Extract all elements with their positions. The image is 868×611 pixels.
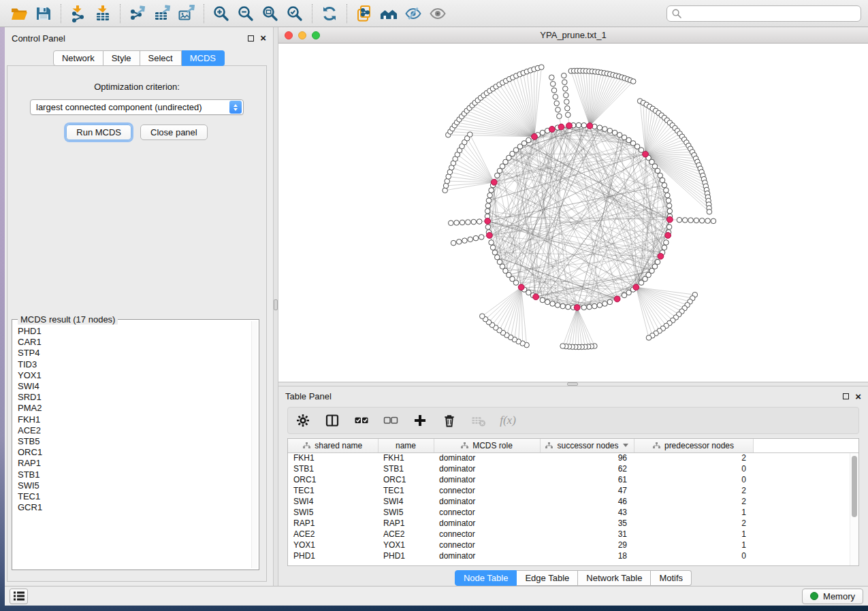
- save-session-icon[interactable]: [31, 3, 56, 24]
- mcds-result-item[interactable]: STP4: [18, 348, 249, 359]
- cell-role[interactable]: connector: [434, 529, 540, 540]
- tab-select[interactable]: Select: [140, 50, 182, 66]
- table-tab-network-table[interactable]: Network Table: [578, 570, 651, 586]
- home-icon[interactable]: [376, 3, 401, 24]
- memory-button[interactable]: Memory: [802, 589, 863, 604]
- mcds-result-list[interactable]: PHD1CAR1STP4TID3YOX1SWI4SRD1PMA2FKH1ACE2…: [18, 326, 249, 568]
- cell-name[interactable]: YOX1: [378, 540, 434, 550]
- mcds-result-item[interactable]: SRD1: [18, 392, 249, 403]
- deselect-all-rows-icon[interactable]: [382, 412, 400, 429]
- cell-name[interactable]: FKH1: [378, 452, 434, 463]
- cell-predecessors[interactable]: 2: [634, 518, 753, 529]
- tab-style[interactable]: Style: [103, 50, 140, 66]
- hide-graphics-details-icon[interactable]: [401, 3, 425, 24]
- search-input[interactable]: [666, 5, 861, 22]
- table-row-ORC1[interactable]: ORC1ORC1dominator610: [288, 474, 858, 485]
- cell-successors[interactable]: 47: [540, 485, 634, 496]
- cell-shared_name[interactable]: RAP1: [288, 518, 378, 529]
- mcds-result-item[interactable]: STB5: [18, 436, 249, 447]
- add-column-icon[interactable]: [411, 412, 429, 429]
- column-header-successor-nodes[interactable]: successor nodes: [540, 439, 634, 452]
- vertical-splitter[interactable]: [273, 27, 278, 586]
- cell-predecessors[interactable]: 2: [634, 496, 753, 507]
- close-table-panel-icon[interactable]: ×: [855, 393, 861, 400]
- table-row-RAP1[interactable]: RAP1RAP1dominator352: [288, 518, 858, 529]
- cell-predecessors[interactable]: 2: [634, 485, 753, 496]
- column-header-shared-name[interactable]: shared name: [288, 439, 378, 452]
- table-settings-icon[interactable]: [294, 412, 312, 429]
- table-tab-edge-table[interactable]: Edge Table: [517, 570, 578, 586]
- cell-shared_name[interactable]: SWI4: [288, 496, 378, 507]
- cell-shared_name[interactable]: STB1: [288, 463, 378, 474]
- zoom-in-icon[interactable]: [209, 3, 234, 24]
- table-row-ACE2[interactable]: ACE2ACE2connector311: [288, 529, 858, 540]
- panel-columns-icon[interactable]: [323, 412, 341, 429]
- cell-successors[interactable]: 18: [540, 550, 634, 561]
- cell-shared_name[interactable]: YOX1: [288, 540, 378, 550]
- cell-successors[interactable]: 35: [540, 518, 634, 529]
- horizontal-splitter[interactable]: [278, 382, 868, 386]
- export-network-icon[interactable]: [125, 3, 150, 24]
- horizontal-splitter-grip[interactable]: [567, 382, 578, 386]
- cell-role[interactable]: dominator: [434, 474, 540, 485]
- cell-name[interactable]: SWI5: [378, 507, 434, 518]
- cell-shared_name[interactable]: TEC1: [288, 485, 378, 496]
- table-scrollbar[interactable]: [850, 453, 858, 565]
- table-tab-motifs[interactable]: Motifs: [651, 570, 692, 586]
- tab-network[interactable]: Network: [53, 50, 103, 66]
- column-header-MCDS-role[interactable]: MCDS role: [434, 439, 540, 452]
- float-panel-icon[interactable]: [248, 35, 254, 42]
- mcds-result-item[interactable]: PHD1: [18, 326, 249, 337]
- mcds-result-item[interactable]: PMA2: [18, 403, 249, 414]
- network-canvas[interactable]: [278, 44, 868, 382]
- cell-role[interactable]: dominator: [434, 452, 540, 463]
- mcds-result-scrollbar[interactable]: [251, 321, 257, 568]
- table-row-YOX1[interactable]: YOX1YOX1connector291: [288, 540, 858, 550]
- mcds-result-item[interactable]: TEC1: [18, 491, 249, 502]
- cell-name[interactable]: STB1: [378, 463, 434, 474]
- mcds-result-item[interactable]: ORC1: [18, 447, 249, 458]
- cell-predecessors[interactable]: 0: [634, 474, 753, 485]
- mcds-result-item[interactable]: RAP1: [18, 458, 249, 469]
- criterion-select[interactable]: largest connected component (undirected): [30, 99, 244, 115]
- column-header-predecessor-nodes[interactable]: predecessor nodes: [634, 439, 753, 452]
- cell-predecessors[interactable]: 0: [634, 550, 753, 561]
- cell-successors[interactable]: 62: [540, 463, 634, 474]
- refresh-view-icon[interactable]: [317, 3, 342, 24]
- cell-shared_name[interactable]: FKH1: [288, 452, 378, 463]
- cell-role[interactable]: connector: [434, 540, 540, 550]
- export-table-icon[interactable]: [150, 3, 174, 24]
- cell-predecessors[interactable]: 1: [634, 540, 753, 550]
- cell-name[interactable]: ACE2: [378, 529, 434, 540]
- show-graphics-details-icon[interactable]: [425, 3, 450, 24]
- cell-name[interactable]: PHD1: [378, 550, 434, 561]
- close-panel-button[interactable]: Close panel: [140, 125, 208, 140]
- table-row-SWI5[interactable]: SWI5SWI5connector431: [288, 507, 858, 518]
- mcds-result-item[interactable]: STB1: [18, 469, 249, 480]
- cell-shared_name[interactable]: PHD1: [288, 550, 378, 561]
- run-mcds-button[interactable]: Run MCDS: [66, 125, 131, 140]
- cell-predecessors[interactable]: 0: [634, 463, 753, 474]
- mcds-result-item[interactable]: SWI4: [18, 381, 249, 392]
- cell-role[interactable]: connector: [434, 507, 540, 518]
- vertical-splitter-grip[interactable]: [274, 299, 278, 310]
- cell-shared_name[interactable]: SWI5: [288, 507, 378, 518]
- close-panel-icon[interactable]: ×: [260, 35, 266, 42]
- network-graph[interactable]: [278, 44, 868, 382]
- cell-shared_name[interactable]: ORC1: [288, 474, 378, 485]
- zoom-out-icon[interactable]: [234, 3, 258, 24]
- cell-role[interactable]: connector: [434, 485, 540, 496]
- table-row-TEC1[interactable]: TEC1TEC1connector472: [288, 485, 858, 496]
- table-row-STB1[interactable]: STB1STB1dominator620: [288, 463, 858, 474]
- select-all-rows-icon[interactable]: [353, 412, 370, 429]
- cell-name[interactable]: ORC1: [378, 474, 434, 485]
- mcds-result-item[interactable]: SWI5: [18, 480, 249, 491]
- table-row-FKH1[interactable]: FKH1FKH1dominator962: [288, 452, 858, 463]
- mcds-result-item[interactable]: YOX1: [18, 370, 249, 381]
- table-row-PHD1[interactable]: PHD1PHD1dominator180: [288, 550, 858, 561]
- mcds-result-item[interactable]: CAR1: [18, 337, 249, 348]
- cell-predecessors[interactable]: 1: [634, 529, 753, 540]
- mcds-result-item[interactable]: ACE2: [18, 425, 249, 436]
- cell-predecessors[interactable]: 1: [634, 507, 753, 518]
- open-file-icon[interactable]: [7, 3, 31, 24]
